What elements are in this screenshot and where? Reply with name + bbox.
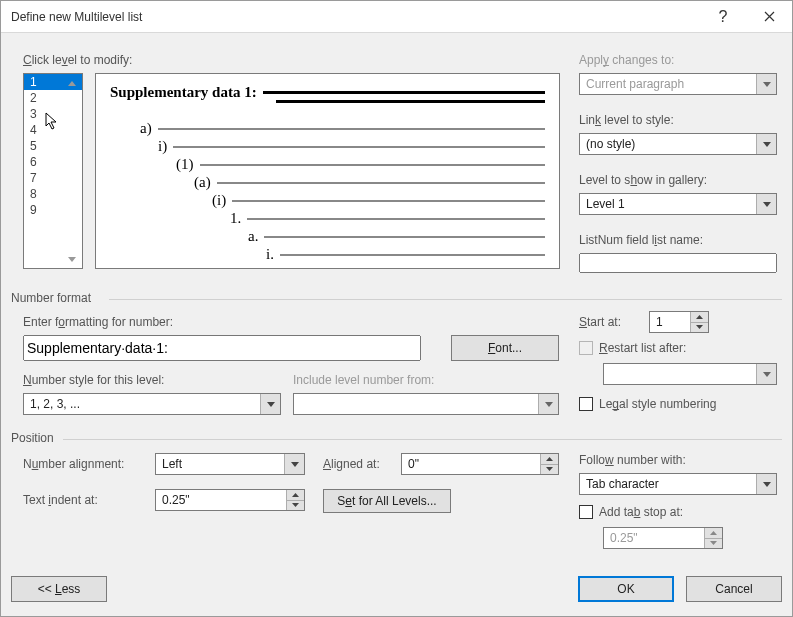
click-level-label: Click level to modify: xyxy=(23,53,132,67)
start-at-spin[interactable]: 1 xyxy=(649,311,709,333)
link-level-combo[interactable]: (no style) xyxy=(579,133,777,155)
level-item-5[interactable]: 5 xyxy=(24,138,82,154)
preview-l3: i) xyxy=(158,138,167,155)
follow-label: Follow number with: xyxy=(579,453,686,467)
legal-checkbox[interactable]: Legal style numbering xyxy=(579,397,716,411)
dialog: Define new Multilevel list ? Click level… xyxy=(0,0,793,617)
less-button[interactable]: << Less xyxy=(11,576,107,602)
link-level-label: Link level to style: xyxy=(579,113,674,127)
listnum-label: ListNum field list name: xyxy=(579,233,703,247)
close-button[interactable] xyxy=(746,1,792,33)
enter-formatting-label: Enter formatting for number: xyxy=(23,315,173,329)
listnum-input[interactable] xyxy=(579,253,777,273)
preview-l4: (1) xyxy=(176,156,194,173)
add-tab-spin: 0.25" xyxy=(603,527,723,549)
preview-l2: a) xyxy=(140,120,152,137)
spin-up-icon xyxy=(691,312,708,323)
chevron-down-icon[interactable] xyxy=(260,394,280,414)
checkbox-icon xyxy=(579,341,593,355)
checkbox-icon xyxy=(579,505,593,519)
preview-panel: Supplementary data 1: a) i) (1) (a) (i) … xyxy=(95,73,560,269)
number-style-combo[interactable]: 1, 2, 3, ... xyxy=(23,393,281,415)
show-gallery-combo[interactable]: Level 1 xyxy=(579,193,777,215)
spin-down-icon xyxy=(691,323,708,333)
chevron-down-icon[interactable] xyxy=(284,454,304,474)
chevron-down-icon[interactable] xyxy=(756,134,776,154)
scroll-up-icon[interactable] xyxy=(63,75,81,91)
level-item-3[interactable]: 3 xyxy=(24,106,82,122)
spin-up-icon xyxy=(541,454,558,465)
show-gallery-label: Level to show in gallery: xyxy=(579,173,707,187)
position-section: Position xyxy=(11,431,54,445)
close-icon xyxy=(764,11,775,22)
chevron-down-icon xyxy=(538,394,558,414)
cancel-button[interactable]: Cancel xyxy=(686,576,782,602)
level-listbox[interactable]: 1 2 3 4 5 6 7 8 9 xyxy=(23,73,83,269)
spin-up-icon xyxy=(287,490,304,501)
help-button[interactable]: ? xyxy=(700,1,746,33)
preview-l7: 1. xyxy=(230,210,241,227)
formatting-input[interactable] xyxy=(23,335,421,361)
text-indent-spin[interactable]: 0.25" xyxy=(155,489,305,511)
start-at-label: Start at: xyxy=(579,315,621,329)
window-title: Define new Multilevel list xyxy=(11,10,700,24)
preview-l5: (a) xyxy=(194,174,211,191)
restart-combo xyxy=(603,363,777,385)
ok-button[interactable]: OK xyxy=(578,576,674,602)
level-item-2[interactable]: 2 xyxy=(24,90,82,106)
include-level-label: Include level number from: xyxy=(293,373,434,387)
follow-combo[interactable]: Tab character xyxy=(579,473,777,495)
checkbox-icon xyxy=(579,397,593,411)
number-format-section: Number format xyxy=(11,291,91,305)
preview-l8: a. xyxy=(248,228,258,245)
level-item-4[interactable]: 4 xyxy=(24,122,82,138)
scroll-down-icon[interactable] xyxy=(63,251,81,267)
level-item-6[interactable]: 6 xyxy=(24,154,82,170)
chevron-down-icon xyxy=(756,74,776,94)
spin-down-icon xyxy=(541,465,558,475)
spin-down-icon xyxy=(287,501,304,511)
include-level-combo xyxy=(293,393,559,415)
apply-changes-label: Apply changes to: xyxy=(579,53,674,67)
preview-l9: i. xyxy=(266,246,274,263)
add-tab-checkbox[interactable]: Add tab stop at: xyxy=(579,505,683,519)
level-item-8[interactable]: 8 xyxy=(24,186,82,202)
titlebar: Define new Multilevel list ? xyxy=(1,1,792,33)
aligned-at-spin[interactable]: 0" xyxy=(401,453,559,475)
number-style-label: Number style for this level: xyxy=(23,373,164,387)
set-all-levels-button[interactable]: Set for All Levels... xyxy=(323,489,451,513)
preview-l6: (i) xyxy=(212,192,226,209)
preview-l1: Supplementary data 1: xyxy=(110,84,257,101)
level-item-9[interactable]: 9 xyxy=(24,202,82,218)
chevron-down-icon[interactable] xyxy=(756,194,776,214)
spin-down-icon xyxy=(705,539,722,549)
level-item-7[interactable]: 7 xyxy=(24,170,82,186)
number-align-label: Number alignment: xyxy=(23,457,124,471)
aligned-at-label: Aligned at: xyxy=(323,457,380,471)
chevron-down-icon xyxy=(756,364,776,384)
font-button[interactable]: Font... xyxy=(451,335,559,361)
spin-up-icon xyxy=(705,528,722,539)
restart-checkbox: Restart list after: xyxy=(579,341,686,355)
number-align-combo[interactable]: Left xyxy=(155,453,305,475)
apply-changes-combo: Current paragraph xyxy=(579,73,777,95)
chevron-down-icon[interactable] xyxy=(756,474,776,494)
text-indent-label: Text indent at: xyxy=(23,493,98,507)
